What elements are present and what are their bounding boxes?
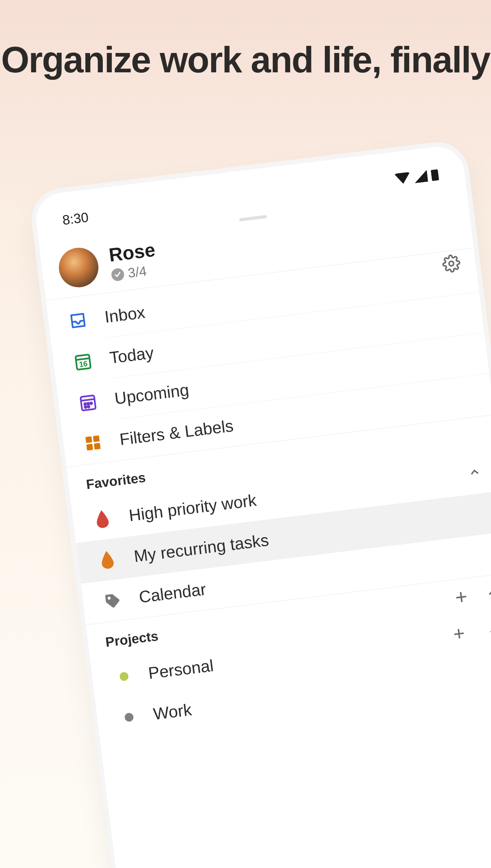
plus-icon: [451, 626, 467, 642]
svg-point-12: [87, 406, 89, 408]
svg-line-19: [456, 596, 466, 598]
collapse-button[interactable]: [467, 463, 483, 484]
nav-label: Today: [108, 343, 155, 367]
svg-line-7: [81, 399, 94, 401]
svg-rect-15: [86, 444, 93, 451]
svg-point-9: [87, 403, 89, 405]
phone-mockup: 8:30 Rose 3/4: [33, 144, 491, 868]
nav-label: Filters & Labels: [119, 416, 234, 449]
status-time: 8:30: [62, 209, 89, 228]
svg-line-21: [454, 633, 464, 634]
wifi-icon: [395, 172, 411, 185]
svg-rect-14: [93, 435, 100, 442]
drop-icon: [92, 508, 113, 529]
add-project-button[interactable]: [453, 589, 470, 608]
calendar-icon: [77, 392, 98, 413]
calendar-today-icon: 16: [72, 351, 93, 372]
inbox-icon: [67, 310, 88, 331]
favorite-label: High priority work: [128, 491, 257, 525]
add-task-button[interactable]: [451, 625, 468, 645]
project-label: Work: [152, 700, 193, 723]
nav-label: Upcoming: [113, 380, 190, 408]
collapse-projects-button[interactable]: [485, 585, 491, 604]
svg-point-8: [84, 403, 86, 405]
svg-text:16: 16: [79, 359, 88, 368]
check-icon: [111, 268, 125, 282]
chevron-up-icon: [485, 585, 491, 600]
user-name: Rose: [108, 239, 156, 266]
drop-icon: [97, 549, 118, 570]
svg-rect-1: [431, 169, 439, 181]
svg-point-10: [90, 402, 92, 404]
tag-icon: [102, 590, 123, 611]
project-label: Personal: [147, 656, 214, 683]
svg-rect-16: [94, 443, 100, 449]
plus-icon: [453, 589, 469, 605]
hero-title: Organize work and life, finally: [0, 40, 491, 80]
project-color-icon: [111, 666, 132, 687]
collapse-button[interactable]: [486, 621, 491, 642]
battery-icon: [431, 168, 439, 181]
svg-point-11: [85, 406, 87, 408]
avatar: [57, 245, 100, 289]
chevron-up-icon: [467, 465, 482, 480]
favorite-label: My recurring tasks: [133, 531, 270, 566]
svg-rect-13: [85, 436, 92, 443]
signal-icon: [414, 170, 428, 183]
grid-icon: [83, 432, 104, 453]
chevron-up-icon: [487, 623, 491, 638]
favorite-label: Calendar: [138, 580, 207, 607]
project-color-icon: [116, 707, 137, 728]
nav-label: Inbox: [104, 303, 146, 326]
